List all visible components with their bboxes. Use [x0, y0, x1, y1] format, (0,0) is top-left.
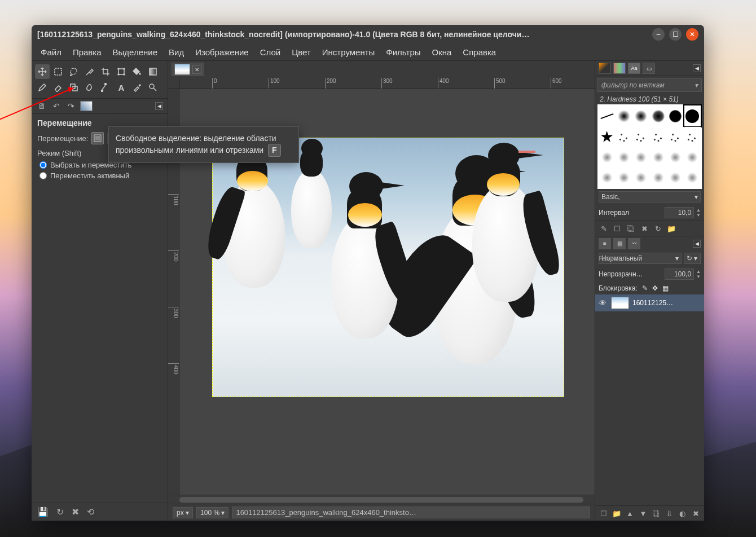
tab-brushes-icon[interactable]	[599, 63, 611, 74]
layer-visibility-icon[interactable]: 👁	[599, 298, 608, 307]
opacity-value[interactable]: 100,0	[665, 268, 694, 280]
interval-value[interactable]: 10,0	[665, 207, 694, 218]
brush-item[interactable]	[650, 168, 666, 188]
tab-patterns-icon[interactable]	[613, 63, 626, 74]
menu-windows[interactable]: Окна	[427, 45, 458, 59]
tool-bucket-fill[interactable]	[130, 64, 144, 79]
menu-file[interactable]: Файл	[35, 45, 67, 59]
brush-item[interactable]	[633, 127, 649, 147]
device-icon[interactable]: 🖥	[36, 100, 47, 112]
close-button[interactable]: ✕	[686, 28, 698, 41]
layer-up-icon[interactable]: ▲	[625, 508, 635, 518]
lock-alpha-icon[interactable]: ▦	[662, 284, 669, 292]
menu-filters[interactable]: Фильтры	[380, 45, 426, 59]
tool-eraser[interactable]	[51, 80, 65, 95]
layer-item[interactable]: 👁 160112125…	[595, 294, 704, 311]
radio-move-active[interactable]: Переместить активный	[37, 171, 162, 180]
mask-layer-icon[interactable]: ◐	[678, 508, 687, 518]
tool-text[interactable]: A	[114, 80, 129, 95]
lock-position-icon[interactable]: ✥	[652, 284, 658, 292]
opacity-up-icon[interactable]: ▲	[696, 269, 701, 274]
redo-icon[interactable]: ↷	[65, 100, 77, 112]
brush-item[interactable]	[599, 148, 615, 168]
menu-view[interactable]: Вид	[163, 45, 190, 59]
zoom-select[interactable]: 100 % ▾	[196, 507, 228, 518]
unit-select[interactable]: px ▾	[173, 507, 193, 518]
brush-item[interactable]	[684, 127, 701, 147]
maximize-button[interactable]: ☐	[669, 28, 682, 41]
brush-item[interactable]	[650, 127, 666, 147]
tab-fonts-icon[interactable]: Aa	[628, 63, 640, 74]
brush-item[interactable]	[667, 105, 683, 126]
brush-item[interactable]	[684, 148, 701, 168]
duplicate-brush-icon[interactable]: ⿻	[626, 223, 636, 234]
horizontal-ruler[interactable]: 0 100 200 300 400 500 600	[179, 78, 595, 89]
collapse-right-bottom-icon[interactable]: ◀	[693, 240, 701, 248]
brush-item[interactable]	[667, 168, 683, 188]
brush-item[interactable]	[599, 105, 615, 126]
menu-help[interactable]: Справка	[457, 45, 502, 59]
brush-item-selected[interactable]	[684, 105, 701, 126]
menu-color[interactable]: Цвет	[286, 45, 317, 59]
tool-fuzzy-select[interactable]	[82, 64, 97, 79]
brush-item[interactable]	[667, 148, 683, 168]
merge-layer-icon[interactable]: ⥥	[665, 508, 674, 518]
duplicate-layer-icon[interactable]: ⿻	[652, 508, 661, 518]
tool-crop[interactable]	[98, 64, 113, 79]
refresh-brush-icon[interactable]: ↻	[653, 223, 663, 234]
opacity-down-icon[interactable]: ▼	[696, 274, 701, 279]
tool-rect-select[interactable]	[51, 64, 65, 79]
tool-transform[interactable]	[114, 64, 129, 79]
ruler-corner[interactable]	[168, 78, 179, 89]
menu-layer[interactable]: Слой	[254, 45, 286, 59]
brush-item[interactable]	[616, 127, 632, 147]
layer-name[interactable]: 160112125…	[632, 299, 701, 307]
minimize-button[interactable]: –	[652, 28, 665, 41]
tool-smudge[interactable]	[82, 80, 97, 95]
tool-clone[interactable]	[67, 80, 81, 95]
brush-item[interactable]	[633, 148, 649, 168]
interval-up-icon[interactable]: ▲	[696, 208, 701, 213]
brush-preset-select[interactable]: Basic,▾	[599, 191, 701, 203]
new-layer-icon[interactable]: ☐	[599, 508, 608, 518]
brush-filter-input[interactable]: фильтр по меткам▾	[597, 78, 702, 92]
brush-item[interactable]	[599, 168, 615, 188]
tab-paths-icon[interactable]: 〰	[628, 238, 640, 249]
reset-icon[interactable]: ⟲	[87, 507, 94, 517]
image-tab[interactable]: ✕	[172, 63, 204, 76]
menu-select[interactable]: Выделение	[107, 45, 163, 59]
tab-layers-icon[interactable]: ≡	[599, 238, 611, 249]
new-brush-icon[interactable]: ☐	[612, 223, 622, 234]
brush-item[interactable]	[599, 127, 615, 147]
tab-channels-icon[interactable]: ▤	[613, 238, 626, 249]
undo-icon[interactable]: ↶	[51, 100, 62, 112]
delete-brush-icon[interactable]: ✖	[639, 223, 649, 234]
tool-zoom[interactable]	[146, 80, 160, 95]
lock-pixels-icon[interactable]: ✎	[642, 284, 648, 292]
tool-gradient[interactable]	[146, 64, 160, 79]
menu-tools[interactable]: Инструменты	[317, 45, 381, 59]
menu-image[interactable]: Изображение	[190, 45, 254, 59]
layer-switch-icon[interactable]: ↻ ▾	[684, 253, 701, 264]
save-preset-icon[interactable]: 💾	[37, 507, 49, 517]
tool-free-select[interactable]	[67, 64, 81, 79]
brush-item[interactable]	[650, 105, 666, 126]
tab-close-icon[interactable]: ✕	[192, 65, 201, 74]
brush-item[interactable]	[633, 168, 649, 188]
tool-move[interactable]	[35, 64, 50, 79]
brush-item[interactable]	[616, 168, 632, 188]
brush-grid[interactable]	[597, 104, 702, 189]
tool-pencil[interactable]	[35, 80, 50, 95]
restore-icon[interactable]: ↻	[56, 507, 64, 517]
new-group-icon[interactable]: 📁	[612, 508, 621, 518]
image-thumb-icon[interactable]	[80, 101, 93, 111]
brush-item[interactable]	[616, 148, 632, 168]
tab-history-icon[interactable]: ▭	[643, 63, 655, 74]
horizontal-scrollbar[interactable]	[168, 495, 595, 504]
edit-brush-icon[interactable]: ✎	[599, 223, 609, 234]
brush-item[interactable]	[684, 168, 701, 188]
brush-item[interactable]	[650, 148, 666, 168]
tool-path[interactable]	[98, 80, 113, 95]
layer-down-icon[interactable]: ▼	[638, 508, 648, 518]
delete-layer-icon[interactable]: ✖	[691, 508, 701, 518]
